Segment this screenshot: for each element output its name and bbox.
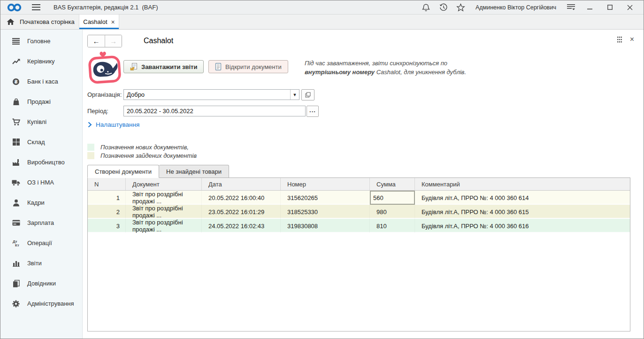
column-header-sum[interactable]: Сумма	[370, 178, 415, 190]
created-documents-table: N Документ Дата Номер Сумма Комментарий …	[87, 177, 630, 331]
legend-found-documents: Позначення зайдених документів	[87, 152, 197, 159]
period-more-button[interactable]: ...	[307, 106, 319, 117]
open-documents-button[interactable]: Відкрити документи	[208, 60, 288, 73]
legend-yellow-swatch	[87, 152, 94, 159]
person-icon	[12, 199, 20, 207]
cell-number[interactable]: 318525330	[281, 205, 370, 219]
shopping-bag-icon	[12, 98, 20, 106]
settings-expander[interactable]: Налаштування	[88, 121, 139, 128]
window-minimize-button[interactable]	[583, 3, 596, 12]
factory-icon	[12, 158, 20, 167]
cart-icon	[12, 118, 20, 126]
period-field[interactable]: 20.05.2022 - 30.05.2022	[123, 106, 306, 116]
sidebar-item-label: Купівлі	[27, 118, 46, 125]
tab-close-icon[interactable]: ×	[111, 19, 115, 25]
sidebar-item-label: Склад	[27, 139, 45, 146]
truck-icon	[12, 178, 20, 187]
sidebar-item-label: Зарплата	[27, 219, 54, 226]
legend-new-documents: Позначення нових документів,	[87, 144, 189, 151]
sidebar-item-label: Керівнику	[27, 58, 55, 65]
sidebar-item-kerivnyku[interactable]: Керівнику	[0, 51, 82, 71]
main-menu-icon[interactable]	[32, 4, 40, 10]
back-button[interactable]: ←	[88, 35, 105, 47]
open-windows-tabbar: Початкова сторінка Cashalot ×	[0, 15, 644, 30]
sidebar-item-dovidnyky[interactable]: Довідники	[0, 273, 82, 293]
column-header-date[interactable]: Дата	[202, 178, 281, 190]
cell-sum-focused[interactable]: 560	[370, 191, 415, 205]
column-header-document[interactable]: Документ	[126, 178, 202, 190]
cell-document[interactable]: Звіт про роздрібні продажі ...	[126, 205, 202, 219]
sidebar-item-zvity[interactable]: Звіти	[0, 253, 82, 273]
sidebar-item-kadry[interactable]: Кадри	[0, 193, 82, 213]
more-actions-icon[interactable]	[617, 37, 622, 43]
period-value: 20.05.2022 - 30.05.2022	[124, 108, 305, 115]
cell-comment[interactable]: Будівля літ.А, ПРРО №: 4 000 360 616	[415, 219, 630, 233]
sidebar-item-bank-i-kasa[interactable]: ₴ Банк і каса	[0, 71, 82, 92]
table-row[interactable]: 2 Звіт про роздрібні продажі ... 23.05.2…	[88, 205, 630, 219]
window-maximize-button[interactable]	[604, 3, 616, 12]
history-icon[interactable]	[439, 3, 448, 12]
home-icon	[7, 18, 15, 25]
sections-sidebar: Головне Керівнику ₴ Банк і каса Продажі …	[0, 30, 83, 339]
app-logo-icon	[7, 3, 23, 12]
cell-document[interactable]: Звіт про роздрібні продажі ...	[126, 191, 202, 205]
organization-open-button[interactable]	[301, 89, 314, 100]
organization-dropdown-icon[interactable]: ▼	[290, 90, 299, 100]
cell-date[interactable]: 24.05.2022 16:02:43	[202, 219, 281, 233]
cell-sum[interactable]: 810	[370, 219, 415, 233]
organization-value: Добро	[124, 91, 290, 98]
settings-label: Налаштування	[96, 121, 139, 128]
close-form-icon[interactable]: ×	[630, 35, 634, 44]
cell-n[interactable]: 1	[88, 191, 126, 205]
sidebar-item-vyrobnytstvo[interactable]: Виробництво	[0, 152, 82, 172]
sidebar-item-oz-i-nma[interactable]: ОЗ і НМА	[0, 172, 82, 193]
tab-home-label: Початкова сторінка	[20, 18, 75, 25]
column-header-number[interactable]: Номер	[281, 178, 370, 190]
window-close-button[interactable]	[624, 3, 636, 12]
sync-info-line1: Під час завантаження, звіти синхронізуют…	[305, 59, 506, 68]
sync-info-text: Під час завантаження, звіти синхронізуют…	[305, 59, 506, 77]
tab-cashalot[interactable]: Cashalot ×	[79, 15, 119, 29]
sidebar-item-prodazhi[interactable]: Продажі	[0, 92, 82, 112]
app-title: BAS Бухгалтерія, редакція 2.1 (BAF)	[54, 4, 158, 11]
tab-cashalot-label: Cashalot	[83, 18, 107, 25]
cell-date[interactable]: 23.05.2022 16:01:29	[202, 205, 281, 219]
tab-created-documents[interactable]: Створені документи	[87, 165, 159, 178]
grid-icon	[12, 138, 20, 146]
column-header-comment[interactable]: Комментарий	[415, 178, 630, 190]
dt-kt-icon: Дт Кт	[12, 239, 20, 247]
sidebar-item-label: Адміністрування	[27, 300, 74, 307]
cell-document[interactable]: Звіт про роздрібні продажі ...	[126, 219, 202, 233]
period-label: Період:	[87, 108, 108, 115]
chevron-right-icon	[88, 122, 92, 128]
cell-number[interactable]: 315620265	[281, 191, 370, 205]
favorites-star-icon[interactable]	[456, 3, 466, 12]
service-menu-icon[interactable]	[566, 3, 575, 12]
cell-number[interactable]: 319830808	[281, 219, 370, 233]
sidebar-item-label: ОЗ і НМА	[27, 179, 54, 186]
table-row[interactable]: 1 Звіт про роздрібні продажі ... 20.05.2…	[88, 191, 630, 205]
sidebar-item-sklad[interactable]: Склад	[0, 132, 82, 152]
notifications-bell-icon[interactable]	[422, 3, 431, 12]
cell-n[interactable]: 3	[88, 219, 126, 233]
table-row[interactable]: 3 Звіт про роздрібні продажі ... 24.05.2…	[88, 219, 630, 233]
cell-date[interactable]: 20.05.2022 16:00:40	[202, 191, 281, 205]
cell-sum[interactable]: 980	[370, 205, 415, 219]
sidebar-item-kupivli[interactable]: Купівлі	[0, 112, 82, 132]
load-reports-button[interactable]: Завантажити звіти	[123, 60, 204, 73]
organization-field[interactable]: Добро ▼	[123, 89, 299, 100]
cell-n[interactable]: 2	[88, 205, 126, 219]
tab-not-found-goods[interactable]: Не знайдені товари	[159, 165, 229, 178]
sidebar-item-holovne[interactable]: Головне	[0, 31, 82, 51]
cell-comment[interactable]: Будівля літ.А, ПРРО №: 4 000 360 615	[415, 205, 630, 219]
user-name[interactable]: Админенко Віктор Сергійович	[475, 4, 556, 11]
forward-button[interactable]: →	[105, 35, 122, 47]
tab-home-page[interactable]: Початкова сторінка	[0, 15, 79, 29]
sidebar-item-label: Довідники	[27, 280, 56, 287]
sidebar-item-zarplata[interactable]: Зарплата	[0, 213, 82, 233]
sidebar-item-administruvannia[interactable]: Адміністрування	[0, 293, 82, 314]
cell-comment[interactable]: Будівля літ.А, ПРРО №: 4 000 360 614	[415, 191, 630, 205]
organization-label: Організація:	[87, 91, 122, 98]
column-header-n[interactable]: N	[88, 178, 126, 190]
sidebar-item-operatsii[interactable]: Дт Кт Операції	[0, 233, 82, 253]
